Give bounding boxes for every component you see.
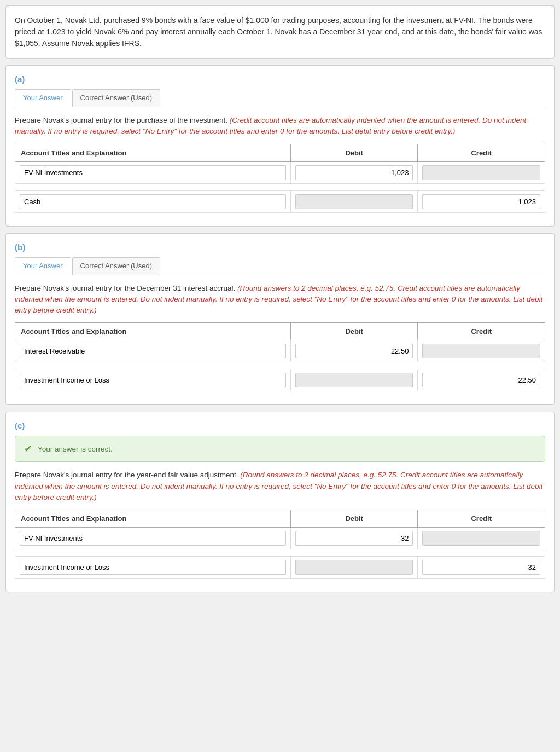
account-input-a-1[interactable] — [20, 194, 286, 209]
tab-b-0[interactable]: Your Answer — [15, 257, 71, 275]
section-b: (b)Your AnswerCorrect Answer (Used)Prepa… — [5, 233, 555, 406]
col-header-1: Debit — [290, 510, 418, 528]
account-input-c-0[interactable] — [20, 531, 286, 546]
instruction-normal: Prepare Novak's journal entry for the ye… — [15, 471, 240, 479]
section-label-b: (b) — [15, 242, 545, 252]
account-input-c-1[interactable] — [20, 560, 286, 575]
debit-input-a-0[interactable] — [295, 165, 413, 180]
credit-input-b-0[interactable] — [422, 344, 540, 358]
instruction-b: Prepare Novak's journal entry for the De… — [15, 283, 545, 316]
col-header-2: Credit — [418, 323, 545, 340]
debit-input-b-0[interactable] — [295, 344, 413, 358]
problem-card: On October 1, Novak Ltd. purchased 9% bo… — [5, 5, 555, 59]
debit-input-c-0[interactable] — [295, 531, 413, 546]
row-spacer — [15, 362, 545, 369]
instruction-normal: Prepare Novak's journal entry for the De… — [15, 284, 237, 292]
section-a: (a)Your AnswerCorrect Answer (Used)Prepa… — [5, 65, 555, 227]
instruction-a: Prepare Novak's journal entry for the pu… — [15, 115, 545, 137]
col-header-0: Account Titles and Explanation — [15, 323, 291, 340]
journal-table-b: Account Titles and ExplanationDebitCredi… — [15, 322, 545, 391]
tab-b-1[interactable]: Correct Answer (Used) — [72, 257, 160, 275]
col-header-2: Credit — [418, 510, 545, 528]
tabs-b: Your AnswerCorrect Answer (Used) — [15, 257, 545, 275]
table-row — [15, 557, 545, 579]
credit-input-a-0[interactable] — [422, 165, 540, 180]
debit-input-b-1[interactable] — [295, 373, 413, 387]
debit-input-c-1[interactable] — [295, 560, 413, 575]
tab-a-0[interactable]: Your Answer — [15, 89, 71, 107]
col-header-0: Account Titles and Explanation — [15, 510, 291, 528]
section-label-a: (a) — [15, 74, 545, 84]
instruction-c: Prepare Novak's journal entry for the ye… — [15, 470, 545, 503]
section-c: (c)✔Your answer is correct.Prepare Novak… — [5, 412, 555, 592]
account-input-b-1[interactable] — [20, 373, 286, 387]
journal-table-c: Account Titles and ExplanationDebitCredi… — [15, 510, 545, 579]
instruction-normal: Prepare Novak's journal entry for the pu… — [15, 116, 230, 124]
row-spacer — [15, 549, 545, 557]
credit-input-c-1[interactable] — [422, 560, 540, 575]
tab-a-1[interactable]: Correct Answer (Used) — [72, 89, 160, 107]
col-header-2: Credit — [418, 144, 545, 161]
check-icon: ✔ — [24, 443, 32, 455]
col-header-1: Debit — [290, 323, 418, 340]
table-row — [15, 340, 545, 362]
account-input-a-0[interactable] — [20, 165, 286, 180]
account-input-b-0[interactable] — [20, 344, 286, 358]
col-header-0: Account Titles and Explanation — [15, 144, 291, 161]
table-row — [15, 528, 545, 549]
tabs-a: Your AnswerCorrect Answer (Used) — [15, 89, 545, 107]
credit-input-a-1[interactable] — [422, 194, 540, 209]
journal-table-a: Account Titles and ExplanationDebitCredi… — [15, 144, 545, 213]
row-spacer — [15, 183, 545, 190]
table-row — [15, 161, 545, 183]
credit-input-b-1[interactable] — [422, 373, 540, 387]
table-row — [15, 190, 545, 212]
col-header-1: Debit — [290, 144, 418, 161]
credit-input-c-0[interactable] — [422, 531, 540, 546]
section-label-c: (c) — [15, 421, 545, 430]
problem-text: On October 1, Novak Ltd. purchased 9% bo… — [15, 15, 545, 49]
debit-input-a-1[interactable] — [295, 194, 413, 209]
table-row — [15, 369, 545, 391]
correct-banner: ✔Your answer is correct. — [15, 436, 545, 462]
correct-text: Your answer is correct. — [38, 445, 113, 453]
